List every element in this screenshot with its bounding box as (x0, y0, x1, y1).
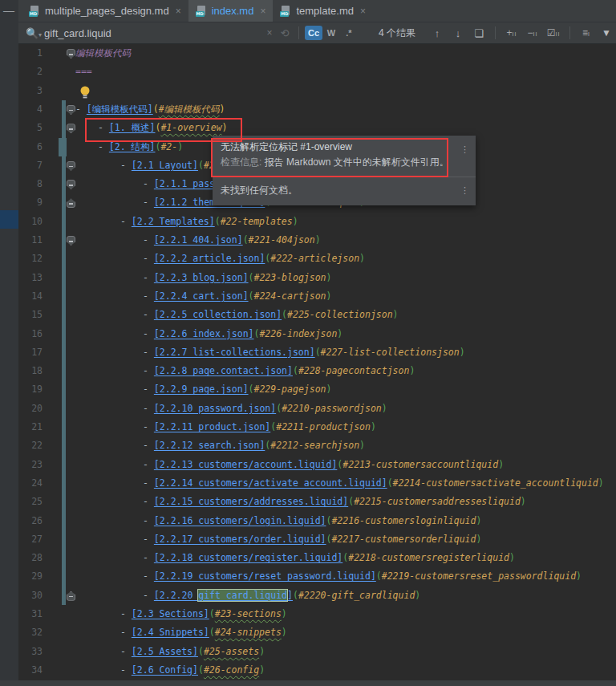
next-occurrence-icon[interactable]: ↓ (448, 27, 468, 39)
anchor-reference: #225-collectionjson (287, 309, 393, 320)
fold-marker-icon[interactable] (67, 236, 75, 246)
previous-occurrence-icon[interactable]: ↑ (427, 27, 448, 39)
markdown-link[interactable]: [2.6 Config] (132, 664, 198, 676)
markdown-link[interactable]: [2.2.3 blog.json] (154, 272, 249, 283)
anchor-reference: #221-404json (249, 234, 315, 246)
markdown-link[interactable]: [2.2.11 product.json] (154, 421, 270, 432)
regex-toggle[interactable]: .* (340, 26, 358, 40)
markdown-link[interactable]: [2.2 Templates] (132, 216, 215, 227)
list-bullet: - (143, 365, 154, 376)
markdown-link[interactable]: [2.2.4 cart.json] (154, 290, 249, 302)
markdown-link[interactable]: [编辑模板代码] (87, 104, 153, 115)
paren: ( (282, 309, 287, 320)
line-number: 25 (18, 493, 43, 511)
fold-marker-icon[interactable] (67, 124, 75, 133)
line-number: 26 (18, 512, 43, 530)
anchor-reference: #24-snippets (215, 627, 282, 638)
markdown-link[interactable]: [2.2.17 customers/order.liquid] (154, 534, 326, 545)
markdown-link[interactable]: [2.2.2 article.json] (154, 253, 265, 264)
search-history-icon[interactable]: ⟲ (277, 27, 293, 39)
anchor-reference: #222-articlejson (270, 253, 359, 264)
anchor-reference: #223-blogjson (254, 272, 326, 283)
list-bullet: - (143, 272, 154, 283)
list-bullet: - (143, 590, 154, 601)
markdown-link[interactable]: [2.1 Layout] (132, 160, 198, 171)
line-number: 33 (18, 643, 43, 661)
markdown-link[interactable]: [2.2.18 customers/register.liquid] (154, 552, 342, 563)
fold-marker-icon[interactable] (67, 180, 75, 189)
markdown-link[interactable]: [1. 概述] (109, 122, 156, 133)
close-tab-icon[interactable]: × (260, 6, 265, 17)
markdown-link[interactable]: [2.2.6 index.json] (154, 328, 254, 339)
tab-index-md[interactable]: MD index.md × (188, 0, 274, 22)
paren: ) (415, 590, 420, 601)
markdown-link[interactable]: [2.2.12 search.json] (154, 440, 265, 451)
markdown-file-icon: MD (280, 6, 291, 17)
markdown-link[interactable]: [2.2.10 password.json] (154, 403, 276, 414)
more-options-icon[interactable]: ⋮ (460, 186, 469, 194)
markdown-link[interactable]: [2.2.15 customers/addresses.liquid] (154, 496, 348, 507)
anchor-reference: #2220-gift_cardliquid (298, 590, 415, 601)
paren: ) (598, 477, 604, 489)
list-bullet: - (120, 627, 132, 638)
open-in-find-window-icon[interactable]: ❏ (468, 27, 489, 39)
list-bullet: - (143, 515, 154, 526)
paren: ) (326, 290, 332, 302)
markdown-link[interactable]: [2. 结构] (109, 141, 156, 152)
paren: ) (576, 570, 582, 582)
markdown-link[interactable]: [2.2.13 customers/account.liquid] (154, 459, 337, 470)
line-number: 23 (18, 456, 43, 474)
match-case-toggle[interactable]: Cc (305, 26, 322, 40)
markdown-link[interactable]: [2.2.20 gift_card.liquid] (154, 590, 293, 601)
line-number: 29 (18, 567, 43, 586)
search-match-highlight: gift_card.liquid (198, 590, 287, 601)
markdown-link[interactable]: [2.2.8 page.contact.json] (154, 365, 293, 376)
markdown-link[interactable]: [2.5 Assets] (132, 646, 198, 657)
fold-marker-icon[interactable] (67, 49, 75, 59)
anchor-reference: #226-indexjson (259, 328, 337, 339)
markdown-link[interactable]: [2.2.5 collection.json] (154, 309, 282, 320)
more-options-icon[interactable]: ⋮ (460, 145, 469, 153)
fold-marker-icon[interactable] (67, 591, 75, 601)
select-all-occurrences-icon[interactable]: ☑II (543, 29, 564, 37)
close-tab-icon[interactable]: × (360, 6, 366, 17)
markdown-link[interactable]: [2.4 Snippets] (132, 627, 209, 638)
editor-line: 19- [2.2.9 page.json](#229-pagejson) (18, 380, 616, 399)
list-bullet: - (143, 552, 154, 563)
list-bullet: - (143, 421, 154, 432)
tab-template-md[interactable]: MD template.md × (273, 0, 373, 22)
markdown-link[interactable]: [2.2.14 customers/activate_account.liqui… (154, 477, 387, 489)
anchor-reference: #2213-customersaccountliquid (342, 459, 498, 470)
anchor-reference: #1-overview (160, 122, 221, 133)
paren: ) (282, 608, 287, 619)
fold-marker-icon[interactable] (67, 161, 75, 171)
paren: ) (326, 272, 332, 283)
editor-line: 13- [2.2.3 blog.json](#223-blogjson) (18, 269, 616, 287)
markdown-link[interactable]: [2.2.19 customers/reset_password.liquid] (154, 570, 376, 582)
collapse-window-icon[interactable]: — (3, 5, 14, 16)
filter-icon[interactable]: ▼ (597, 27, 616, 39)
markdown-link[interactable]: [2.3 Sections] (132, 608, 209, 619)
markdown-link[interactable]: [2.2.16 customers/login.liquid] (154, 515, 326, 526)
fold-marker-icon[interactable] (67, 105, 75, 115)
list-bullet: - (98, 122, 109, 133)
paren: ( (249, 272, 254, 283)
editor-line: 25- [2.2.15 customers/addresses.liquid](… (18, 493, 616, 511)
close-tab-icon[interactable]: × (176, 6, 181, 17)
paren: ) (521, 496, 526, 507)
lightbulb-icon[interactable] (79, 85, 91, 99)
markdown-link[interactable]: [2.2.1 404.json] (154, 234, 243, 246)
paren: ) (220, 104, 225, 115)
search-icon[interactable]: 🔍▾ (25, 27, 43, 39)
multiline-search-icon[interactable]: ≡I (576, 29, 597, 37)
clear-search-icon[interactable]: × (262, 27, 277, 39)
exclude-occurrence-icon[interactable]: −II (522, 29, 543, 37)
add-occurrence-icon[interactable]: +II (501, 29, 522, 37)
markdown-link[interactable]: [2.2.9 page.json] (154, 384, 249, 395)
whole-words-toggle[interactable]: W (322, 26, 340, 40)
tab-multiple-pages-design[interactable]: MD multiple_pages_design.md × (22, 0, 188, 22)
fold-marker-icon[interactable] (67, 198, 75, 208)
search-input[interactable]: gift_card.liquid (44, 27, 262, 39)
markdown-link[interactable]: [2.2.7 list-collections.json] (154, 347, 315, 358)
paren: ) (282, 627, 287, 638)
